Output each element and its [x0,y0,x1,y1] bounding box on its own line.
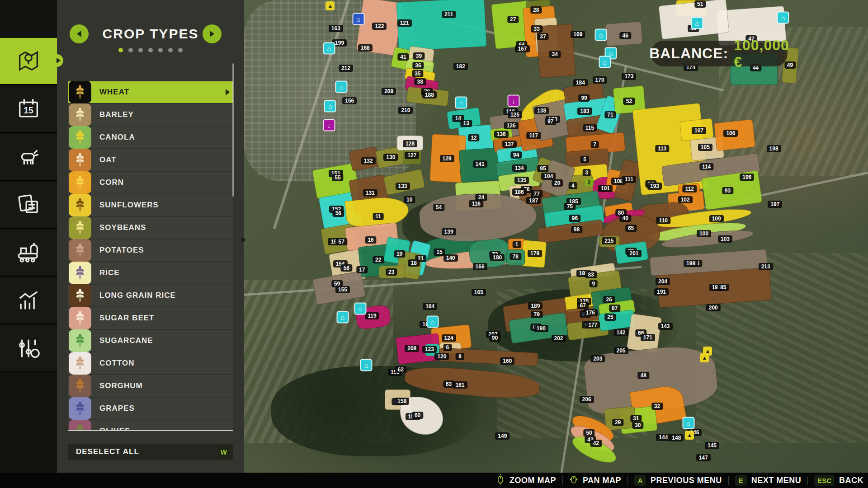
sidebar-item-settings[interactable] [0,325,57,372]
field-label-97[interactable]: 97 [545,118,556,125]
field-label-164[interactable]: 164 [423,303,437,310]
crop-row-wheat[interactable]: WHEAT [68,81,233,103]
map-production-icon[interactable]: ⌂ [777,11,789,23]
field-label-115[interactable]: 115 [583,124,597,131]
field-label-161[interactable]: 161 [453,381,467,389]
field-label-171[interactable]: 171 [641,334,655,341]
field-label-102[interactable]: 102 [678,196,693,203]
field-label-127[interactable]: 127 [405,152,419,159]
field-label-94[interactable]: 94 [510,151,522,159]
map-production-icon[interactable]: ⌂ [335,81,348,93]
field-label-95[interactable]: 95 [537,165,548,172]
field-label-211[interactable]: 211 [442,11,456,18]
field-label-19[interactable]: 19 [394,250,405,258]
field-label-132[interactable]: 132 [361,157,376,164]
hotkey-previous-menu[interactable]: APREVIOUS MENU [634,475,722,486]
field-label-4[interactable]: 4 [569,182,577,189]
next-page-button[interactable] [203,24,222,43]
field-label-149[interactable]: 149 [495,432,509,440]
field-label-71[interactable]: 71 [604,111,616,118]
field-label-15[interactable]: 15 [434,249,445,256]
field-label-133[interactable]: 133 [396,183,410,190]
field-label-9[interactable]: 9 [589,280,598,287]
list-scrollbar[interactable] [232,63,234,197]
field-label-27[interactable]: 27 [507,16,519,23]
field-label-12[interactable]: 12 [468,134,479,141]
field-label-122[interactable]: 122 [372,23,387,30]
field-label-116[interactable]: 116 [469,200,483,207]
field-label-2[interactable]: 2 [585,179,594,186]
field-label-167[interactable]: 167 [515,45,529,52]
field-label-137[interactable]: 137 [502,141,516,148]
crop-row-grapes[interactable]: GRAPES [68,398,233,419]
field-label-11[interactable]: 11 [373,213,384,220]
field-label-41[interactable]: 41 [397,53,409,61]
hotkey-back[interactable]: ESCBACK [814,475,863,486]
field-label-104[interactable]: 104 [541,173,556,180]
field-label-110[interactable]: 110 [656,217,670,224]
field-label-6[interactable]: 6 [443,344,452,351]
map-production-icon[interactable]: ⌂ [455,96,467,108]
field-label-203[interactable]: 203 [590,355,605,362]
field-label-93[interactable]: 93 [722,187,733,194]
field-label-83[interactable]: 83 [585,271,597,278]
crop-row-sorghum[interactable]: SORGHUM [68,375,233,397]
sidebar-item-calendar[interactable]: 15 [0,86,57,133]
map-vehicle-icon[interactable]: ▲ [700,353,709,362]
field-label-191[interactable]: 191 [654,288,669,296]
field-label-75[interactable]: 75 [564,203,576,210]
field-label-90[interactable]: 90 [489,334,500,342]
field-label-190[interactable]: 190 [534,325,548,332]
field-label-99[interactable]: 99 [578,94,590,102]
field-label-38[interactable]: 38 [414,78,425,85]
crop-row-oat[interactable]: OAT [68,149,233,171]
field-label-169[interactable]: 169 [571,31,585,38]
field-label-87[interactable]: 87 [609,305,620,312]
map-production-icon[interactable]: ⌂ [323,42,335,54]
map-production-icon[interactable]: ⌂ [324,100,336,113]
map-view[interactable]: 1631991682122091562102111221214139363538… [244,0,868,473]
field-label-170[interactable]: 170 [593,76,607,84]
map-production-icon[interactable]: ⌂ [426,316,439,328]
field-label-117[interactable]: 117 [527,132,541,139]
field-label-121[interactable]: 121 [397,19,412,27]
field-label-136[interactable]: 136 [494,131,509,138]
field-label-48[interactable]: 48 [638,372,649,379]
field-label-156[interactable]: 156 [342,97,357,104]
field-label-34[interactable]: 34 [549,51,561,58]
field-label-18[interactable]: 18 [408,259,420,267]
sidebar-item-contracts[interactable] [0,182,57,229]
crop-row-sugar-beet[interactable]: SUGAR BEET [68,307,233,329]
field-label-215[interactable]: 215 [602,237,616,244]
field-label-124[interactable]: 124 [442,334,456,342]
field-label-114[interactable]: 114 [699,163,713,170]
map-vehicle-icon[interactable]: ▲ [326,1,335,10]
field-label-204[interactable]: 204 [656,278,670,285]
field-label-62[interactable]: 62 [395,366,406,373]
panel-expand-arrow-icon[interactable] [241,237,246,243]
field-label-179[interactable]: 179 [528,250,542,257]
field-label-106[interactable]: 106 [723,130,738,137]
field-region[interactable] [383,169,425,195]
field-label-31[interactable]: 31 [630,415,642,422]
field-label-193[interactable]: 193 [647,183,662,190]
map-sell-icon[interactable]: ↓ [508,94,520,107]
field-label-109[interactable]: 109 [709,215,724,222]
field-label-57[interactable]: 57 [336,238,347,245]
field-label-10[interactable]: 10 [404,196,415,203]
map-sell-icon[interactable]: ↓ [323,119,335,131]
field-label-60[interactable]: 60 [412,412,423,419]
field-label-210[interactable]: 210 [398,107,413,114]
field-label-123[interactable]: 123 [422,346,437,353]
field-label-107[interactable]: 107 [692,127,706,134]
field-label-28[interactable]: 28 [530,6,542,14]
field-label-79[interactable]: 79 [531,311,542,318]
deselect-all-button[interactable]: DESELECT ALL W [68,444,233,460]
field-label-100[interactable]: 100 [697,230,711,237]
field-label-3[interactable]: 3 [582,169,591,176]
field-label-139[interactable]: 139 [442,228,456,235]
map-production-icon[interactable]: ⌂ [337,311,349,323]
field-label-51[interactable]: 51 [694,0,706,8]
field-label-111[interactable]: 111 [622,176,636,183]
field-label-206[interactable]: 206 [580,396,594,403]
